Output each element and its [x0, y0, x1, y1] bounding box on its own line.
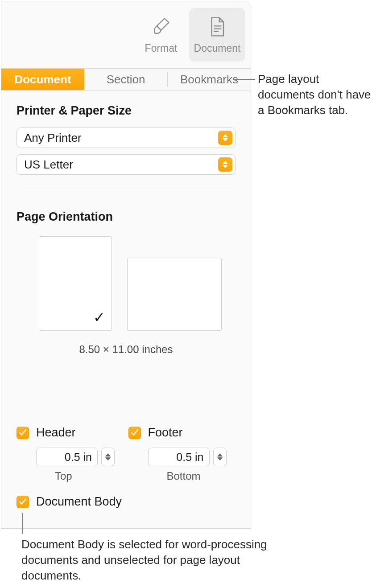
- format-label: Format: [145, 42, 178, 54]
- dropdown-arrow-icon: [218, 131, 232, 145]
- printer-dropdown[interactable]: Any Printer: [17, 127, 236, 148]
- paper-size-dropdown[interactable]: US Letter: [17, 154, 236, 175]
- footer-margin-input[interactable]: 0.5 in: [148, 448, 210, 466]
- orientation-portrait[interactable]: ✓: [39, 236, 112, 331]
- bottom-label: Bottom: [167, 470, 236, 482]
- orientation-landscape[interactable]: [127, 258, 222, 331]
- printer-paper-section: Printer & Paper Size Any Printer US Lett…: [1, 90, 251, 188]
- callout-leader-line: [22, 513, 23, 534]
- document-icon: [206, 16, 228, 38]
- page-dimensions: 8.50 × 11.00 inches: [17, 338, 236, 358]
- printer-value: Any Printer: [24, 131, 82, 145]
- footer-stepper[interactable]: [213, 448, 227, 466]
- orientation-section: Page Orientation ✓ 8.50 × 11.00 inches: [1, 192, 251, 365]
- document-label: Document: [194, 42, 241, 54]
- format-button[interactable]: Format: [133, 8, 189, 62]
- callout-document-body: Document Body is selected for word-proce…: [21, 537, 271, 584]
- check-icon: [18, 428, 27, 437]
- document-inspector-panel: Format Document Document Section Bookmar…: [1, 1, 251, 529]
- inspector-toolbar: Format Document: [1, 1, 251, 68]
- document-body-section: Document Body: [1, 482, 251, 509]
- header-margin-input[interactable]: 0.5 in: [36, 448, 98, 466]
- tab-section[interactable]: Section: [84, 69, 167, 90]
- document-button[interactable]: Document: [189, 8, 245, 62]
- check-icon: [130, 428, 139, 437]
- tab-document[interactable]: Document: [1, 69, 84, 90]
- check-icon: [18, 498, 27, 506]
- footer-label: Footer: [148, 426, 183, 440]
- checkmark-icon: ✓: [93, 309, 105, 326]
- printer-paper-heading: Printer & Paper Size: [17, 104, 236, 118]
- header-label: Header: [36, 426, 76, 440]
- orientation-heading: Page Orientation: [17, 210, 236, 224]
- callout-leader-line: [233, 79, 255, 80]
- dropdown-arrow-icon: [218, 157, 232, 172]
- document-body-checkbox[interactable]: [17, 496, 29, 508]
- header-checkbox[interactable]: [17, 427, 29, 439]
- footer-margin-value: 0.5 in: [176, 451, 203, 464]
- header-margin-value: 0.5 in: [65, 451, 92, 464]
- top-label: Top: [55, 470, 124, 482]
- tab-bar: Document Section Bookmarks: [1, 68, 251, 90]
- header-footer-section: Header 0.5 in Top Footer 0.5 in Bottom: [1, 414, 251, 482]
- paper-value: US Letter: [24, 158, 73, 172]
- document-body-label: Document Body: [36, 495, 122, 509]
- footer-checkbox[interactable]: [128, 427, 141, 439]
- callout-bookmarks: Page layout documents don't have a Bookm…: [258, 71, 374, 118]
- header-stepper[interactable]: [101, 448, 115, 466]
- paintbrush-icon: [150, 16, 172, 38]
